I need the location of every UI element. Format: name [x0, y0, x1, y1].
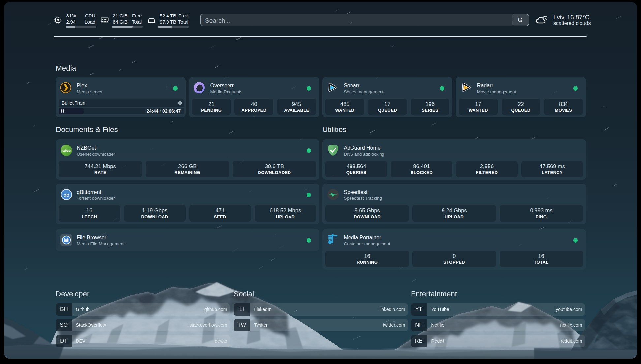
- svg-text:nzbget: nzbget: [61, 149, 71, 152]
- svg-text:qb: qb: [63, 192, 69, 197]
